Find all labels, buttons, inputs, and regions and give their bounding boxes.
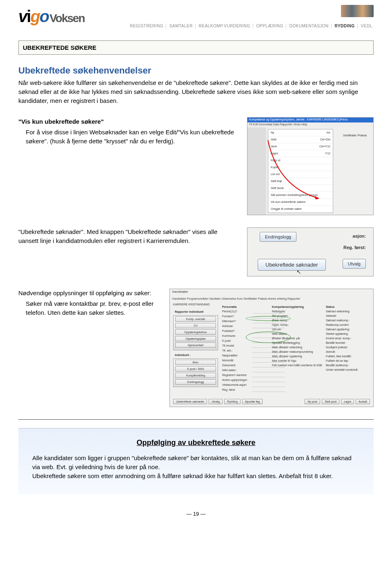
field-label: Under anbefalt norsknivå (326, 367, 367, 372)
nav-item: RYDDING (335, 24, 355, 28)
field-label: Søknad realkomp.: (326, 318, 367, 323)
ss3-tabs[interactable]: Kandidater Programområder Samtaler Utdan… (172, 297, 371, 300)
block1-hdr: "Vis kun ubekreftede søkere" (18, 117, 239, 126)
field-label: Virkekommik-asjon: (222, 383, 251, 387)
field-label: Godkjent praksis: (326, 345, 367, 350)
field-label: Ikke overfør til Vigo (272, 358, 325, 363)
field-label: Utd.ver. (272, 327, 325, 332)
field-label: Søknad opplæring: (326, 327, 367, 332)
field-label: Dokument: (222, 363, 251, 367)
intro-body: Når web-søkere ikke fullfører sin søkehe… (18, 78, 374, 105)
field-label: Realkomp.vurdert: (326, 323, 367, 327)
ss3-col-status: Status (326, 305, 334, 308)
ss2-asjon-label: asjon: (353, 234, 366, 238)
bottom-button[interactable]: Utvalg (209, 399, 223, 404)
menu-item[interactable]: Skift linje (268, 178, 333, 185)
ss2-ubekreftede-button[interactable]: Ubekreftede søknader (258, 259, 326, 271)
followup-body: Alle kandidater som ligger i gruppen "ub… (32, 454, 360, 480)
bottom-button[interactable]: Rydding (224, 399, 241, 404)
menu-item[interactable]: Lim inn (268, 171, 333, 178)
nav-item: REALKOMP.VURDERING (199, 24, 250, 28)
field-label: Adresse: (222, 324, 251, 328)
ss1-titlebar: Kompetanse og OpplæringsSystem, Jærtek -… (247, 118, 373, 122)
field-label: Tlf. arb.: (222, 348, 251, 353)
nav-item: OPPLÆRING (256, 24, 283, 28)
side-button[interactable]: Endringslogg (175, 379, 216, 385)
menu-item[interactable]: HentCtrl+F12 (268, 143, 333, 150)
ss1-dropdown-menu: NyInsSlettCtrl+DelHentCtrl+F12LagreF12Kl… (268, 129, 333, 213)
field-label: E-post: (222, 338, 251, 343)
field-label: Web: Ønsker opplæring (272, 354, 325, 358)
intro-title: Ubekreftede søkehenvendelser (18, 65, 374, 76)
field-label: Rettstyper: (272, 309, 325, 314)
ss2-regforst-label: Reg. først: (343, 245, 366, 250)
block3-p2: Søker må være kontaktbar pr. brev, e-pos… (26, 299, 161, 317)
header-photo-strip (341, 5, 374, 17)
field-label: Bestått sluttkomp.: (326, 363, 367, 367)
logo: vigoVoksen (18, 7, 85, 26)
field-label: Reg. først: (222, 387, 251, 392)
ss3-side-head1: Rapporter Individuelt (173, 309, 218, 314)
field-label: Oppn. komp.: (272, 323, 325, 327)
nav-item: VEDL. (361, 24, 374, 28)
ss1-right-labels: Sertifikater Praksis (343, 134, 372, 137)
ss2-endringslogg-button[interactable]: Endringslogg (260, 232, 296, 242)
menu-item[interactable]: Slå sammen dobbeltregistrert person (268, 192, 333, 199)
menu-item[interactable]: LagreF12 (268, 150, 333, 157)
followup-title: Oppfølging av ubekreftede søkere (32, 439, 360, 447)
nav-item: REGISTRERING (130, 24, 163, 28)
screenshot-kandidater-window: Kandidater Kandidater Programområder Sam… (169, 289, 374, 407)
header-nav: REGISTRERING│SAMTALER│REALKOMP.VURDERING… (130, 24, 374, 28)
menu-item[interactable]: NyIns (268, 129, 333, 136)
field-label: Poststed*: (222, 329, 251, 333)
ss1-toolbar (247, 127, 266, 215)
ss3-window-title: Kandidater (172, 290, 188, 294)
followup-box: Oppfølging av ubekreftede søkere Alle ka… (18, 428, 374, 494)
field-label: Etternavn*: (222, 319, 251, 323)
side-button[interactable]: E-post / SMS (175, 366, 216, 372)
bottom-button[interactable]: Ajourfør fag (242, 399, 263, 404)
bottom-button[interactable]: Slett post (322, 399, 339, 404)
ss2-utvalg-button[interactable]: Utvalg (343, 259, 366, 269)
ss1-menubar: Fil Edit Grunndata Data Rapporter Vindu … (247, 122, 373, 127)
cursor-icon: ↖ (296, 269, 301, 275)
menu-item[interactable]: SlettCtrl+Del (268, 136, 333, 143)
ss3-main-area: Personalia Persnr(11)*:Fornavn*:Etternav… (222, 305, 370, 392)
field-label: Web: Ønsker realkompvurdering (272, 350, 325, 354)
field-label: Felt markert med blått overføres til SSB… (272, 363, 325, 367)
field-label: Avbrutt: (326, 350, 367, 354)
field-label: Tlf./mobil: (222, 343, 251, 348)
menu-item[interactable]: Klipp ut (268, 157, 333, 164)
bottom-button[interactable]: Ubekreftede søknader (173, 399, 207, 404)
side-button[interactable]: Gjennomført (175, 343, 216, 348)
bottom-button[interactable]: Ny post (305, 399, 320, 404)
bottom-button[interactable]: Lagre (341, 399, 354, 404)
field-label: Nasjonalitet: (222, 353, 251, 358)
side-button[interactable]: Komp. oversikt (175, 316, 216, 322)
block1-p1: For å vise disse i linjen Websøknader ka… (26, 128, 239, 146)
side-button[interactable]: Opplæringsplan (175, 336, 216, 341)
field-label: Endret ønsk. komp.: (326, 336, 367, 341)
field-label: Startet opplæring: (326, 332, 367, 336)
ss3-col-komp: Kompetanse/opplæring (272, 305, 304, 308)
field-label: Fullført del av løp: (326, 358, 367, 363)
field-label: Persnr(11)*: (222, 309, 251, 314)
side-button[interactable]: Opplæringsbehov (175, 329, 216, 335)
ss3-col-personalia: Personalia (222, 305, 236, 308)
field-label: Web: Ønsker veiledning (272, 345, 325, 350)
menu-item[interactable]: Skift skole (268, 185, 333, 192)
ss3-region: KARRIERE KRISTIANSAND (173, 303, 209, 306)
ss3-side-buttons: Rapporter Individuelt Komp. oversiktCVOp… (173, 309, 218, 388)
field-label: Søknad veiledning: (326, 309, 367, 314)
menu-item[interactable]: Omgjør til ordinær søker (268, 206, 333, 213)
field-label: Fullført, ikke bestått: (326, 354, 367, 358)
side-button[interactable]: Kurspåmelding (175, 373, 216, 378)
field-label: Veiledet: (326, 314, 367, 318)
field-label: Registrert i karriere: (222, 373, 251, 377)
field-label: NAV-søker: (222, 368, 251, 372)
menu-item[interactable]: Kopier (268, 164, 333, 171)
side-button[interactable]: CV (175, 323, 216, 328)
side-button[interactable]: Brev (175, 360, 216, 365)
menu-item[interactable]: Vis kun ubekreftede søkere (268, 199, 333, 206)
bottom-button[interactable]: Avslutt (356, 399, 370, 404)
